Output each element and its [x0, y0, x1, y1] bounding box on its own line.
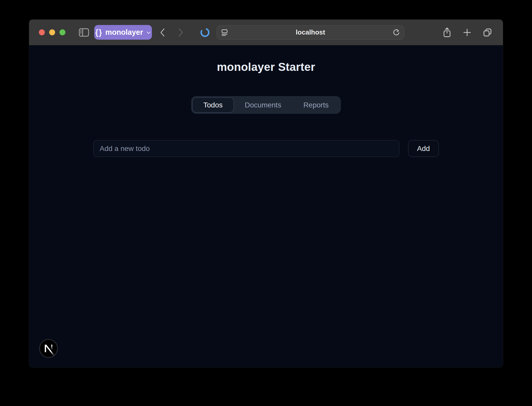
profile-badge[interactable]: {} monolayer	[94, 25, 152, 40]
todo-form: Add	[93, 140, 439, 157]
chevron-down-icon	[146, 31, 151, 35]
tab-bar: Todos Documents Reports	[191, 96, 341, 114]
tab-overview-button[interactable]	[482, 27, 493, 38]
loading-spinner-icon	[200, 28, 210, 37]
browser-window: {} monolayer	[29, 20, 503, 367]
share-icon	[442, 27, 452, 38]
tab-overview-icon	[482, 27, 493, 38]
sidebar-toggle-icon	[79, 28, 89, 37]
zoom-window-button[interactable]	[59, 29, 65, 35]
tab-todos[interactable]: Todos	[192, 97, 234, 113]
chevron-left-icon	[160, 28, 165, 37]
page-format-icon[interactable]	[220, 28, 229, 37]
new-tab-button[interactable]	[462, 27, 472, 38]
web-page: monolayer Starter Todos Documents Report…	[29, 46, 503, 367]
plus-icon	[462, 28, 472, 37]
add-button[interactable]: Add	[408, 140, 439, 157]
address-bar[interactable]: localhost	[217, 25, 405, 40]
tab-documents[interactable]: Documents	[234, 97, 293, 113]
nextjs-logo-icon	[39, 339, 58, 358]
back-button[interactable]	[157, 27, 168, 38]
forward-button	[176, 27, 186, 38]
browser-toolbar: {} monolayer	[29, 20, 503, 45]
curly-braces-icon: {}	[95, 28, 102, 37]
url-text: localhost	[217, 28, 404, 36]
sidebar-toggle-button[interactable]	[78, 27, 89, 38]
page-title: monolayer Starter	[93, 61, 439, 73]
reload-icon	[392, 28, 400, 37]
tab-reports[interactable]: Reports	[292, 97, 340, 113]
traffic-lights	[39, 29, 65, 35]
close-window-button[interactable]	[39, 29, 45, 35]
chevron-right-icon	[178, 28, 184, 37]
todo-input[interactable]	[93, 140, 399, 157]
reload-button[interactable]	[391, 27, 401, 38]
minimize-window-button[interactable]	[49, 29, 55, 35]
share-button[interactable]	[442, 27, 452, 38]
profile-badge-label: monolayer	[105, 28, 143, 37]
